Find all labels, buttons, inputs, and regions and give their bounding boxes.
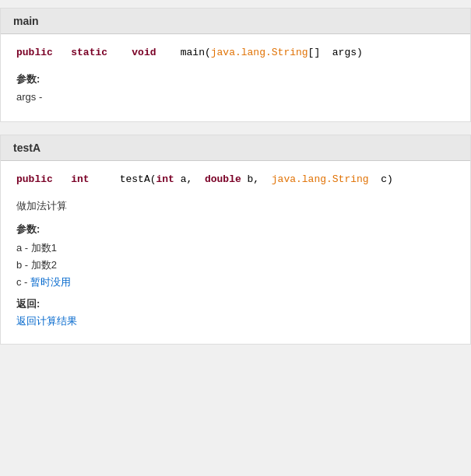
param-item-args: args - — [16, 91, 455, 103]
keyword-static: static — [71, 47, 107, 58]
space — [369, 173, 381, 185]
section-testa: testA public int testA(int a, double b, … — [0, 135, 471, 345]
space — [95, 173, 113, 185]
param-value-c: 暂时没用 — [30, 276, 71, 288]
section-title-testa: testA — [13, 142, 40, 154]
section-body-main: public static void main(java.lang.String… — [1, 34, 470, 121]
type-java-string: java.lang.String — [211, 47, 308, 58]
method-description-testa: 做加法计算 — [16, 199, 455, 213]
params-label-main: 参数: — [16, 72, 455, 86]
return-value-testa: 返回计算结果 — [16, 314, 455, 328]
param-a: a, — [181, 173, 205, 185]
method-name-main: main( — [181, 47, 211, 58]
keyword-double: double — [205, 173, 241, 185]
method-signature-testa: public int testA(int a, double b, java.l… — [16, 172, 455, 188]
method-name-testa: testA( — [120, 173, 156, 185]
keyword-void: void — [132, 47, 156, 58]
section-header-testa: testA — [1, 135, 470, 161]
keyword-public: public — [16, 47, 53, 58]
space — [114, 47, 126, 58]
param-item-b: b - 加数2 — [16, 258, 455, 272]
params-label-testa: 参数: — [16, 222, 455, 236]
type-java-string-2: java.lang.String — [272, 173, 369, 185]
page-container: main public static void main(java.lang.S… — [0, 0, 471, 476]
method-params: [] args) — [308, 47, 363, 58]
keyword-int-param: int — [156, 173, 174, 185]
param-key-a: a - 加数1 — [16, 242, 57, 254]
space — [162, 47, 174, 58]
section-body-testa: public int testA(int a, double b, java.l… — [1, 161, 470, 344]
keyword-int: int — [71, 173, 89, 185]
param-key-args: args - — [16, 91, 42, 103]
param-key-b: b - 加数2 — [16, 259, 57, 271]
param-key-c: c - — [16, 276, 30, 288]
section-title-main: main — [13, 15, 39, 27]
space — [59, 173, 65, 185]
section-main: main public static void main(java.lang.S… — [0, 8, 471, 122]
param-item-c: c - 暂时没用 — [16, 275, 455, 289]
space — [59, 47, 65, 58]
method-signature-main: public static void main(java.lang.String… — [16, 45, 455, 61]
keyword-public-2: public — [16, 173, 53, 185]
space — [241, 173, 248, 185]
section-header-main: main — [1, 9, 470, 34]
param-b: b, — [248, 173, 272, 185]
param-c: c) — [381, 173, 393, 185]
space — [174, 173, 181, 185]
param-item-a: a - 加数1 — [16, 241, 455, 255]
return-label-testa: 返回: — [16, 297, 455, 311]
